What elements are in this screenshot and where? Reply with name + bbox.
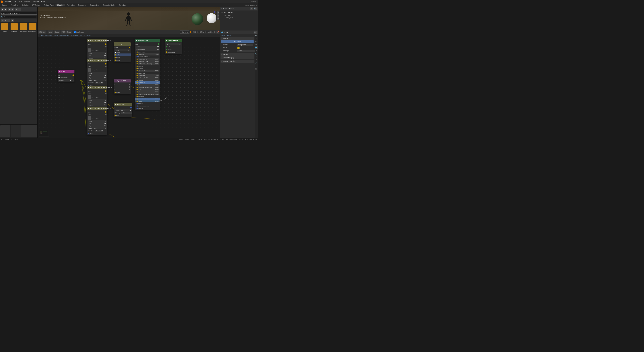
node-bsdf-ssaniso-bar[interactable]: Subsurface Anisotropy0.000 <box>138 62 159 65</box>
file-item-itsexpress[interactable]: itSExpress <box>19 23 28 129</box>
node-bsdf-ccrough-socket[interactable] <box>136 87 138 88</box>
node-tex2-single[interactable]: Single Image <box>88 79 106 81</box>
node-bsdf-ior-socket[interactable] <box>136 89 138 90</box>
node-bsdf-ssior-bar[interactable]: Subsurface IOR1.400 <box>138 60 159 62</box>
node-normalmap-space[interactable]: Tangent Space <box>114 109 132 111</box>
use-nodes-checkbox[interactable] <box>74 31 76 33</box>
node-texture-3-header[interactable]: ▼ nh02_040_cloth_10_ms_sh.png ✕ <box>87 86 107 89</box>
node-tex1-color-socket[interactable] <box>105 43 106 45</box>
node-uv-instancer-check[interactable] <box>58 77 60 78</box>
node-bsdf-alpha-socket[interactable] <box>136 101 138 102</box>
tab-sculpting[interactable]: Sculpting <box>20 4 30 6</box>
new-folder-button[interactable]: + <box>18 8 21 11</box>
node-bsdf-emissstr-socket[interactable] <box>136 98 138 100</box>
node-matout-target[interactable]: All <box>166 43 181 45</box>
node-bsdf-anisorot-bar[interactable]: Anisotropic Rotation0.000 <box>138 77 159 79</box>
node-bsdf-transrough-bar[interactable]: Transmission Roughness0.000 <box>138 93 159 95</box>
node-tex2-color-socket[interactable] <box>105 63 106 64</box>
node-texture-4-header[interactable]: ▼ nh02_040_cloth_10_n_sh.png ✕ <box>87 107 107 110</box>
node-tex4-single[interactable]: Single Image <box>88 127 106 129</box>
node-texture-2-header[interactable]: ▼ nh02_041_cloth_10_s_sh.png ✕ <box>87 59 107 62</box>
node-tex3-image-name[interactable]: nh02_040_... <box>92 96 106 98</box>
outliner-subitem-nh00[interactable]: ▸ nh00_067 <box>221 16 257 19</box>
tab-rendering[interactable]: Rendering <box>77 4 88 6</box>
vp-icon-3[interactable]: ◉ <box>217 17 219 20</box>
node-tex2-close[interactable]: ✕ <box>110 59 111 61</box>
node-bsdf-sheen-bar[interactable]: Sheen0.000 <box>138 79 159 81</box>
tab-scripting[interactable]: Scripting <box>118 4 127 6</box>
menu-help[interactable]: Help <box>40 1 46 2</box>
view-grid-button[interactable]: ⊞ <box>4 19 7 22</box>
props-tab-particle[interactable]: ✦ <box>254 55 258 58</box>
props-tab-scene[interactable]: 🎬 <box>254 43 258 46</box>
node-node-btn[interactable]: Node <box>66 30 72 33</box>
node-bsdf-trans-socket[interactable] <box>136 91 138 92</box>
node-bsdf-ss-bar[interactable]: Subsurface0.000 <box>138 53 159 55</box>
node-seprgb-image-socket[interactable] <box>114 92 116 93</box>
file-item-adobe[interactable]: Adobe <box>1 23 9 129</box>
breadcrumb-part-3[interactable]: nh02_041_Cloth_00_mat.001 <box>71 35 91 36</box>
node-bsdf-spec-socket[interactable] <box>136 68 138 69</box>
node-bsdf-ssior-socket[interactable] <box>136 61 138 62</box>
props-tab-data[interactable]: △ <box>254 64 258 67</box>
nav-up-button[interactable]: ▲ <box>8 8 11 11</box>
thumb-1[interactable] <box>0 125 10 137</box>
node-uv-name-close[interactable]: ✕ <box>72 79 74 81</box>
tab-shading[interactable]: Shading <box>56 4 65 6</box>
props-tab-output[interactable]: 🖨 <box>254 37 258 40</box>
props-volume-header[interactable]: ▸ Volume <box>220 53 254 56</box>
node-tex2-repeat[interactable]: Repeat <box>88 77 106 79</box>
node-tex4-repeat[interactable]: Repeat <box>88 125 106 127</box>
slot-selector[interactable]: Slot 1 <box>180 30 189 33</box>
node-seprgb-b-socket[interactable] <box>129 89 130 90</box>
breadcrumb-part-2[interactable]: collar_funAShape.001 <box>54 35 69 36</box>
node-bsdf-spectint-bar[interactable]: Specular Tint0.000 <box>138 69 159 72</box>
node-mult-color-socket[interactable] <box>129 47 130 48</box>
view-list-button[interactable]: ≡ <box>1 19 4 22</box>
props-tab-modifier[interactable]: 🔧 <box>254 52 258 55</box>
vp-icon-2[interactable]: ☀ <box>217 14 219 17</box>
node-seprgb-g-socket[interactable] <box>129 86 130 88</box>
node-object-mode[interactable]: Object ▾ <box>38 30 46 33</box>
node-mult-color2-socket[interactable] <box>114 59 116 61</box>
node-matout-surface-socket[interactable] <box>166 46 167 47</box>
node-seprgb-header[interactable]: ▼ Separate RGB <box>114 79 131 82</box>
filter-button[interactable]: ▼ <box>11 19 14 22</box>
node-bsdf-ccnormal-socket[interactable] <box>136 105 138 107</box>
node-tex2-extension[interactable]: Flat <box>88 74 106 77</box>
props-tab-render[interactable]: 📷 <box>254 34 258 37</box>
node-normalmap-strength-input[interactable] <box>121 112 132 114</box>
node-bsdf-ssrad-socket[interactable] <box>136 56 138 57</box>
node-tex4-image-name[interactable]: nh02_040_... <box>92 117 106 119</box>
node-bsdf-transrough-socket[interactable] <box>136 94 138 95</box>
path-input[interactable] <box>1 12 37 14</box>
props-tab-object[interactable]: ⊙ <box>254 49 258 52</box>
node-mult-color1-socket[interactable] <box>114 57 116 58</box>
node-tex3-color-socket[interactable] <box>105 90 106 92</box>
node-tex2-image-name[interactable]: nh02_041_... <box>92 69 106 70</box>
node-bsdf-spectint-socket[interactable] <box>136 70 138 71</box>
node-matout-volume-socket[interactable] <box>166 49 167 50</box>
node-bsdf-output-socket[interactable] <box>158 43 159 45</box>
node-mult-value-socket[interactable] <box>114 54 116 55</box>
node-bsdf-metal-socket[interactable] <box>136 65 138 67</box>
thumb-2[interactable] <box>11 125 21 137</box>
node-bsdf-trans-bar[interactable]: Transmission0.000 <box>138 91 159 93</box>
props-tab-view[interactable]: 👁 <box>254 40 258 43</box>
node-matout-header[interactable]: ▼ Material Output <box>165 39 182 42</box>
tab-texture-paint[interactable]: Texture Paint <box>42 4 55 6</box>
node-bsdf-emissstr-bar[interactable]: Emission Strength1.000 <box>138 98 159 100</box>
breadcrumb-part-1[interactable]: collar_funAShape <box>40 35 52 36</box>
node-tex3-extension[interactable]: Flat <box>88 101 106 104</box>
node-tex1-extension[interactable]: Flat <box>88 54 106 57</box>
node-matout-disp-socket[interactable] <box>166 51 167 53</box>
node-bsdf-ssc-bar[interactable]: Subsurface C0.000 <box>138 58 159 60</box>
tab-layout[interactable]: Layout <box>1 4 9 6</box>
node-tex4-alpha-socket[interactable] <box>105 114 106 115</box>
props-color-swatch[interactable] <box>237 47 240 49</box>
bookmark-button[interactable]: ★ <box>15 8 18 11</box>
node-bsdf-header[interactable]: ▼ Principled BSDF <box>135 39 160 42</box>
props-world-link[interactable]: World <box>228 35 231 36</box>
props-search-btn[interactable]: 🔍 <box>254 31 256 34</box>
props-custom-header[interactable]: ▸ Custom Properties <box>220 60 254 63</box>
